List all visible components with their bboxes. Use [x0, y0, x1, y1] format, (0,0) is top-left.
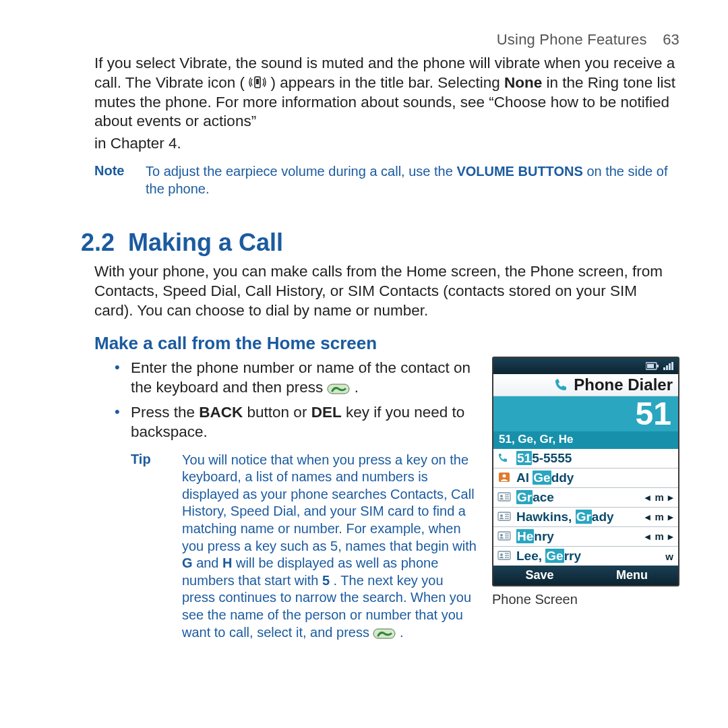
svg-rect-9: [669, 363, 671, 370]
phone-results-list: 515-5555Al GeddyGrace◂ m ▸Hawkins, Grady…: [493, 449, 678, 566]
phone-result-row[interactable]: Al Geddy: [493, 468, 678, 487]
phone-softkeys: Save Menu: [493, 566, 678, 585]
call-key-icon: [373, 627, 396, 640]
phone-caption: Phone Screen: [492, 592, 679, 607]
subsection-heading: Make a call from the Home screen: [94, 333, 679, 354]
contact-icon: [497, 472, 512, 484]
intro-paragraph: If you select Vibrate, the sound is mute…: [94, 54, 679, 131]
svg-point-12: [503, 475, 506, 478]
tip-text: You will notice that when you press a ke…: [182, 452, 480, 642]
bullet-list: Enter the phone number or name of the co…: [94, 358, 480, 442]
call-icon: [497, 452, 512, 464]
phone-result-side: ◂ m ▸: [645, 511, 674, 523]
phone-result-text: 515-5555: [516, 451, 674, 466]
softkey-left[interactable]: Save: [493, 566, 586, 585]
card-icon: [497, 511, 512, 523]
page-number: 63: [651, 31, 679, 49]
phone-result-text: Lee, Gerry: [516, 549, 665, 564]
list-item: Press the BACK button or DEL key if you …: [94, 402, 480, 442]
phone-title-text: Phone Dialer: [574, 375, 673, 394]
svg-point-19: [500, 514, 503, 517]
vibrate-icon: [249, 75, 266, 90]
card-icon: [497, 530, 512, 543]
battery-icon: [646, 362, 659, 370]
svg-rect-1: [256, 79, 259, 84]
tip-label: Tip: [131, 452, 163, 642]
call-key-icon: [327, 382, 350, 396]
section-name: Using Phone Features: [497, 31, 647, 48]
phone-title-bar: Phone Dialer: [493, 374, 678, 396]
phone-match-hint: 51, Ge, Gr, He: [493, 431, 678, 449]
phone-result-row[interactable]: 515-5555: [493, 449, 678, 468]
svg-rect-7: [663, 367, 665, 370]
phone-result-text: Henry: [516, 529, 645, 544]
note-text: To adjust the earpiece volume during a c…: [146, 163, 679, 198]
svg-point-14: [500, 495, 503, 497]
softkey-right[interactable]: Menu: [586, 566, 678, 585]
intro-paragraph-2: in Chapter 4.: [94, 134, 679, 154]
phone-title-icon: [553, 377, 568, 392]
svg-rect-8: [666, 365, 668, 370]
phone-result-row[interactable]: Lee, Gerryw: [493, 546, 678, 566]
phone-result-side: w: [665, 551, 674, 562]
list-item: Enter the phone number or name of the co…: [94, 358, 480, 398]
phone-status-bar: [493, 358, 678, 374]
phone-result-side: ◂ m ▸: [645, 530, 674, 543]
phone-result-row[interactable]: Hawkins, Grady◂ m ▸: [493, 507, 678, 526]
svg-rect-5: [657, 365, 659, 367]
svg-point-24: [500, 534, 503, 537]
phone-entered-number: 51: [493, 396, 678, 432]
svg-rect-6: [647, 364, 654, 368]
note-label: Note: [94, 163, 127, 198]
running-header: Using Phone Features 63: [94, 31, 679, 49]
svg-rect-10: [671, 362, 673, 370]
phone-screenshot: Phone Dialer 51 51, Ge, Gr, He 515-5555A…: [492, 357, 679, 587]
tip-block: Tip You will notice that when you press …: [131, 452, 480, 642]
section-heading: 2.2 Making a Call: [81, 229, 679, 257]
section-intro: With your phone, you can make calls from…: [94, 262, 679, 320]
phone-result-text: Hawkins, Grady: [516, 510, 645, 524]
card-icon: [497, 550, 512, 562]
phone-result-side: ◂ m ▸: [645, 491, 674, 504]
phone-result-text: Grace: [516, 490, 645, 505]
phone-result-row[interactable]: Grace◂ m ▸: [493, 487, 678, 507]
phone-result-text: Al Geddy: [516, 471, 674, 485]
card-icon: [497, 491, 512, 504]
note-block: Note To adjust the earpiece volume durin…: [94, 163, 679, 198]
signal-icon: [663, 362, 674, 370]
phone-result-row[interactable]: Henry◂ m ▸: [493, 526, 678, 546]
svg-point-29: [500, 553, 503, 556]
